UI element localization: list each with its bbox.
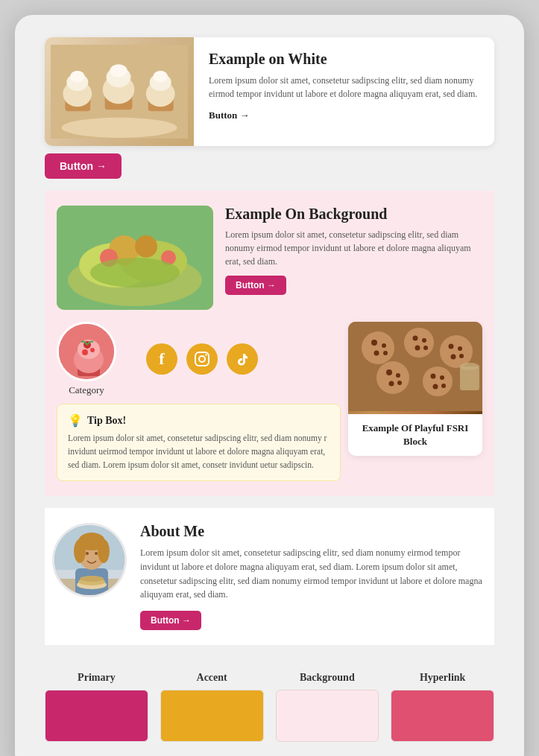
- swatch-background-color: [276, 690, 379, 742]
- swatch-background: Background: [276, 672, 379, 742]
- tiktok-icon[interactable]: [227, 343, 258, 375]
- example-white-body: Lorem ipsum dolor sit amet, consetetur s…: [209, 74, 479, 101]
- example-white-link[interactable]: Button →: [209, 109, 250, 121]
- svg-point-1: [62, 118, 177, 138]
- social-icons: f: [146, 343, 258, 375]
- cupcake-food-image: [45, 37, 194, 146]
- example-on-bg-body: Lorem ipsum dolor sit amet, consetetur s…: [225, 228, 482, 268]
- example-on-bg: Example On Background Lorem ipsum dolor …: [57, 206, 482, 310]
- swatch-background-label: Background: [300, 672, 355, 684]
- background-section: Example On Background Lorem ipsum dolor …: [45, 191, 494, 496]
- salad-food-image: [57, 206, 213, 310]
- svg-point-51: [396, 373, 400, 378]
- tip-box-body: Lorem ipsum dolor sit amet, consetetur s…: [68, 432, 330, 471]
- svg-point-38: [383, 351, 388, 355]
- svg-point-54: [423, 366, 453, 396]
- tip-box-title: Tip Box!: [87, 415, 126, 427]
- swatches-row: Primary Accent Background Hyperlink: [45, 672, 494, 742]
- white-section-buttons: Button →: [45, 153, 494, 179]
- example-on-bg-content: Example On Background Lorem ipsum dolor …: [225, 206, 482, 295]
- example-on-bg-button[interactable]: Button →: [225, 276, 286, 295]
- svg-point-32: [205, 354, 207, 355]
- svg-point-47: [451, 355, 456, 360]
- svg-point-42: [415, 346, 420, 351]
- svg-point-35: [371, 340, 377, 346]
- svg-point-53: [397, 381, 402, 385]
- svg-point-41: [422, 338, 426, 343]
- svg-point-22: [90, 258, 180, 288]
- example-white-image: [45, 37, 194, 146]
- svg-point-57: [433, 384, 438, 390]
- example-white-card: Example on White Lorem ipsum dolor sit a…: [45, 37, 494, 146]
- strawberry-cupcake-visual: [59, 324, 114, 379]
- svg-point-45: [449, 344, 454, 349]
- swatch-accent-label: Accent: [197, 672, 227, 684]
- about-me-button[interactable]: Button →: [140, 611, 201, 630]
- about-me-photo: [52, 523, 127, 597]
- category-circle-image: [57, 322, 116, 381]
- example-white-button[interactable]: Button →: [45, 153, 122, 179]
- svg-point-40: [413, 336, 418, 341]
- tip-box-header: 💡 Tip Box!: [68, 413, 330, 428]
- tip-box: 💡 Tip Box! Lorem ipsum dolor sit amet, c…: [57, 404, 341, 481]
- about-me-title: About Me: [140, 523, 487, 540]
- svg-point-60: [460, 363, 479, 370]
- example-white-content: Example on White Lorem ipsum dolor sit a…: [194, 37, 494, 146]
- tip-bulb-icon: 💡: [68, 413, 83, 428]
- svg-point-56: [440, 375, 444, 380]
- about-me-section: About Me Lorem ipsum dolor sit amet, con…: [45, 508, 494, 644]
- svg-point-27: [82, 349, 88, 355]
- device-frame: Example on White Lorem ipsum dolor sit a…: [15, 15, 524, 756]
- facebook-icon[interactable]: f: [146, 343, 177, 375]
- svg-point-49: [376, 361, 409, 394]
- svg-point-70: [95, 552, 98, 555]
- svg-point-5: [70, 71, 84, 82]
- svg-point-58: [441, 384, 446, 388]
- example-on-bg-title: Example On Background: [225, 206, 482, 223]
- svg-point-69: [86, 552, 89, 555]
- swatch-hyperlink-label: Hyperlink: [420, 672, 465, 684]
- svg-point-43: [423, 346, 428, 350]
- swatch-accent-color: [160, 690, 264, 742]
- cookies-food-image: [348, 322, 482, 414]
- salad-visual: [57, 206, 213, 310]
- svg-point-67: [74, 539, 86, 563]
- svg-point-36: [382, 343, 386, 348]
- svg-point-28: [90, 348, 95, 352]
- svg-point-55: [431, 374, 436, 379]
- svg-point-68: [98, 539, 110, 563]
- swatch-primary-color: [45, 690, 148, 742]
- fsri-block: Example Of Playful FSRI Block: [348, 322, 482, 456]
- swatch-hyperlink: Hyperlink: [391, 672, 494, 742]
- svg-point-48: [459, 354, 464, 358]
- swatch-primary: Primary: [45, 672, 148, 742]
- swatch-hyperlink-color: [391, 690, 494, 742]
- swatch-accent: Accent: [160, 672, 264, 742]
- svg-point-39: [404, 328, 434, 358]
- svg-point-34: [362, 331, 394, 364]
- category-row: Category f: [57, 322, 341, 396]
- left-middle: Category f: [57, 322, 341, 481]
- svg-point-37: [374, 351, 379, 356]
- instagram-icon[interactable]: [186, 343, 218, 375]
- category-label: Category: [57, 384, 116, 396]
- svg-point-52: [389, 381, 394, 387]
- swatch-primary-label: Primary: [78, 672, 116, 684]
- about-me-content: About Me Lorem ipsum dolor sit amet, con…: [140, 523, 487, 629]
- svg-point-46: [458, 346, 462, 351]
- svg-point-73: [80, 576, 104, 582]
- middle-row: Category f: [57, 322, 482, 481]
- svg-point-13: [154, 71, 168, 82]
- fsri-label: Example Of Playful FSRI Block: [348, 414, 482, 456]
- example-white-title: Example on White: [209, 51, 479, 68]
- about-me-body: Lorem ipsum dolor sit amet, consetetur s…: [140, 546, 487, 601]
- woman-visual: [54, 525, 124, 595]
- svg-point-19: [135, 235, 157, 258]
- svg-point-9: [110, 64, 127, 77]
- svg-point-50: [386, 369, 392, 375]
- svg-point-31: [199, 356, 205, 362]
- category-col: Category: [57, 322, 116, 396]
